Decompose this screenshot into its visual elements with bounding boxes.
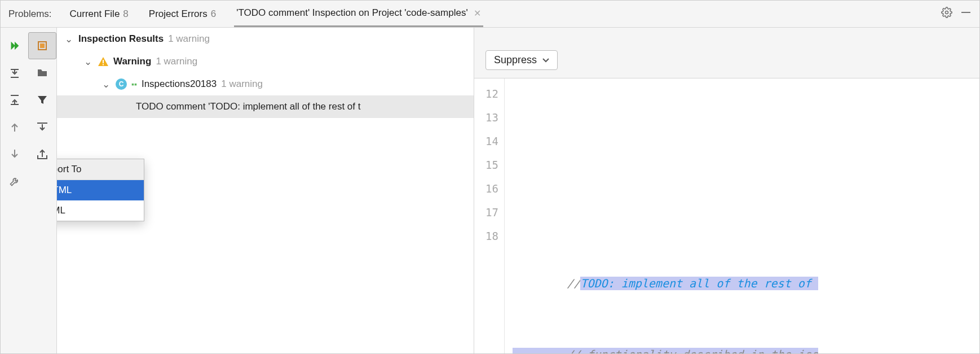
svg-rect-3 [40,43,45,48]
suppress-label: Suppress [494,54,537,66]
tree-module-count: 1 warning [221,78,263,90]
module-icon: ▪▪ [131,80,137,89]
svg-point-0 [946,11,948,14]
tab-project-errors[interactable]: Project Errors 6 [147,1,218,27]
chevron-down-icon[interactable]: ⌄ [83,56,93,68]
tree-module[interactable]: ⌄ C ▪▪ Inspections20183 1 warning [57,73,474,95]
tab-label: 'TODO comment' Inspection on Project 'co… [236,7,467,19]
chevron-down-icon[interactable]: ⌄ [64,33,74,45]
line-number: 14 [474,129,498,153]
empty-slot [29,168,57,195]
collapse-all-icon[interactable] [1,86,29,113]
tab-inspection-todo[interactable]: 'TODO comment' Inspection on Project 'co… [234,1,483,27]
tab-label: Project Errors [149,8,208,20]
code-line [505,129,979,153]
line-number: 18 [474,224,498,248]
next-icon[interactable] [1,141,29,168]
filter-icon[interactable] [29,86,57,113]
rerun-icon[interactable] [1,32,28,59]
inspection-tree: ⌄ Inspection Results 1 warning ⌄ Warning… [57,28,474,353]
tree-warning-title: Warning [113,56,151,67]
minimize-icon[interactable] [960,7,972,21]
tab-current-file[interactable]: Current File 8 [68,1,131,27]
gear-icon[interactable] [941,7,952,21]
folder-icon[interactable] [29,59,57,86]
code-line: //TODO: implement all of the rest of [505,272,979,295]
code-body[interactable]: //TODO: implement all of the rest of // … [505,78,979,353]
code-line [505,200,979,224]
code-line: // functionality described in the iss [505,343,979,353]
line-number: 15 [474,153,498,177]
close-icon[interactable]: ✕ [474,8,481,19]
chevron-down-icon[interactable]: ⌄ [101,78,111,90]
line-number: 12 [474,82,498,106]
tab-label: Current File [70,8,120,20]
wrench-icon[interactable] [1,168,29,195]
comment-text: // functionality described in the iss [567,348,818,353]
import-icon[interactable] [29,113,57,141]
preview-pane: Suppress 12 13 14 15 16 17 18 //TODO: im… [474,28,979,353]
expand-all-icon[interactable] [1,59,29,86]
highlight-icon[interactable] [28,32,56,59]
tree-warning[interactable]: ⌄ Warning 1 warning [57,50,474,73]
svg-rect-5 [103,64,104,65]
tree-root[interactable]: ⌄ Inspection Results 1 warning [57,28,474,50]
line-number: 17 [474,200,498,224]
problems-tabbar: Problems: Current File 8 Project Errors … [1,1,979,28]
tree-root-title: Inspection Results [78,33,164,45]
tree-item-todo[interactable]: TODO comment 'TODO: implement all of the… [57,95,474,118]
class-icon: C [116,78,127,90]
popup-item-xml[interactable]: XML [57,200,144,221]
line-number: 16 [474,177,498,200]
comment-prefix: // [567,277,580,290]
suppress-button[interactable]: Suppress [485,50,558,70]
tree-item-label: TODO comment 'TODO: implement all of the… [136,101,360,112]
preview-toolbar: Suppress [474,28,979,78]
gutter: 12 13 14 15 16 17 18 [474,78,505,353]
svg-rect-1 [961,12,970,13]
tree-warning-count: 1 warning [156,56,197,67]
tree-module-title: Inspections20183 [142,78,217,90]
prev-icon[interactable] [1,113,29,141]
chevron-down-icon [542,54,549,66]
warning-icon [98,56,109,67]
problems-title: Problems: [8,8,52,20]
popup-item-html[interactable]: HTML [57,180,144,200]
line-number: 13 [474,106,498,129]
export-popup: Export To HTML XML [57,159,144,221]
svg-rect-4 [103,60,104,63]
toolstrip [1,28,57,353]
tree-root-count: 1 warning [168,33,210,45]
tab-count: 6 [211,8,216,20]
todo-text: TODO: implement all of the rest of [580,277,818,290]
popup-title: Export To [57,159,144,180]
main-area: ⌄ Inspection Results 1 warning ⌄ Warning… [1,28,979,353]
code-preview: 12 13 14 15 16 17 18 //TODO: implement a… [474,78,979,353]
export-icon[interactable] [29,141,57,168]
tab-count: 8 [123,8,128,20]
